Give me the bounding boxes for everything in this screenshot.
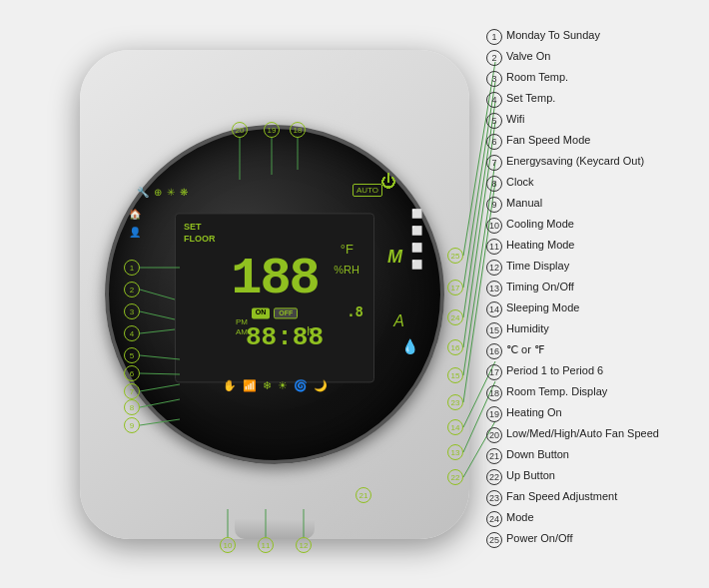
label-text-23: Fan Speed Adjustment (506, 489, 617, 504)
m-letter: M (387, 247, 402, 268)
label-num-1: 1 (486, 29, 502, 45)
power-icon: ⏻ (380, 173, 396, 191)
label-item-21: 21 Down Button (486, 447, 701, 464)
label-item-23: 23 Fan Speed Adjustment (486, 489, 701, 506)
auto-badge: AUTO (353, 184, 382, 197)
label-num-19: 19 (486, 406, 502, 422)
label-item-14: 14 Sleeping Mode (486, 300, 701, 317)
label-text-15: Humidity (506, 321, 549, 336)
label-item-20: 20 Low/Med/High/Auto Fan Speed (486, 426, 701, 443)
label-text-12: Time Display (506, 259, 569, 274)
label-item-15: 15 Humidity (486, 321, 701, 338)
badge-off: OFF (274, 307, 298, 318)
device-area: ⏻ M A ▽ 🔧 ⊕ ✳ ❋ AUTO 🏠 (60, 30, 479, 559)
schedule-icon-1: ⬜ (411, 209, 422, 219)
hand-icon: ✋ (223, 379, 237, 392)
schedule-icon-3: ⬜ (411, 243, 422, 253)
label-num-22: 22 (486, 469, 502, 485)
label-item-17: 17 Period 1 to Period 6 (486, 363, 701, 380)
label-item-9: 9 Manual (486, 196, 701, 213)
label-text-5: Wifi (506, 112, 524, 127)
label-item-3: 3 Room Temp. (486, 70, 701, 87)
label-item-10: 10 Cooling Mode (486, 217, 701, 234)
on-off-badges: ON OFF (252, 307, 299, 318)
label-num-4: 4 (486, 92, 502, 108)
fan-icon-3: ❋ (180, 187, 188, 198)
callout-3: 3 (124, 303, 140, 319)
label-text-20: Low/Med/High/Auto Fan Speed (506, 426, 659, 441)
ampm-label: PM AM (236, 317, 248, 338)
label-num-12: 12 (486, 260, 502, 276)
label-num-23: 23 (486, 490, 502, 506)
callout-7: 7 (124, 383, 140, 399)
label-num-20: 20 (486, 427, 502, 443)
callout-1: 1 (124, 260, 140, 276)
a-letter: A (393, 312, 404, 330)
label-text-8: Clock (506, 175, 534, 190)
label-item-11: 11 Heating Mode (486, 238, 701, 255)
label-item-22: 22 Up Button (486, 468, 701, 485)
label-num-25: 25 (486, 532, 502, 548)
label-item-4: 4 Set Temp. (486, 91, 701, 108)
snowflake-icon: ❄ (263, 379, 272, 392)
humidity-icon: 💧 (401, 338, 418, 354)
label-text-6: Fan Speed Mode (506, 133, 590, 148)
label-text-9: Manual (506, 196, 542, 211)
label-num-9: 9 (486, 197, 502, 213)
callout-22: 22 (447, 469, 463, 485)
temp-display: 188 (231, 254, 319, 305)
lcd-area: SET FLOOR °F %RH 188 .8 ON OFF (175, 213, 374, 382)
callout-20: 20 (232, 122, 248, 138)
callout-16: 16 (447, 339, 463, 355)
label-num-14: 14 (486, 301, 502, 317)
label-text-17: Period 1 to Period 6 (506, 363, 603, 378)
label-text-2: Valve On (506, 49, 550, 64)
label-text-18: Room Temp. Display (506, 384, 607, 399)
callout-17: 17 (447, 280, 463, 295)
label-item-13: 13 Timing On/Off (486, 280, 701, 296)
callout-10: 10 (220, 537, 236, 553)
callout-23: 23 (447, 394, 463, 410)
label-item-1: 1 Monday To Sunday (486, 28, 701, 45)
label-item-24: 24 Mode (486, 510, 701, 527)
label-num-7: 7 (486, 155, 502, 171)
label-text-4: Set Temp. (506, 91, 555, 106)
label-item-19: 19 Heating On (486, 405, 701, 422)
label-num-16: 16 (486, 343, 502, 359)
label-num-5: 5 (486, 113, 502, 129)
label-num-13: 13 (486, 281, 502, 296)
label-text-11: Heating Mode (506, 238, 575, 253)
label-item-8: 8 Clock (486, 175, 701, 192)
callout-21: 21 (355, 487, 371, 503)
label-item-16: 16 ℃ or ℉ (486, 342, 701, 359)
unit-display: °F (341, 242, 354, 257)
callout-25: 25 (447, 248, 463, 264)
device-screen: ⏻ M A ▽ 🔧 ⊕ ✳ ❋ AUTO 🏠 (105, 125, 444, 464)
label-num-24: 24 (486, 511, 502, 527)
fan-icon-1: ⊕ (154, 187, 162, 198)
fan-icon-2: ✳ (167, 187, 175, 198)
wifi-icon: 📶 (243, 379, 257, 392)
label-num-15: 15 (486, 322, 502, 338)
label-item-5: 5 Wifi (486, 112, 701, 129)
callout-13: 13 (447, 444, 463, 460)
label-list-container: 1 Monday To Sunday 2 Valve On 3 Room Tem… (486, 28, 701, 552)
bottom-mount (235, 519, 315, 539)
label-num-3: 3 (486, 71, 502, 87)
label-item-7: 7 Energysaving (Keycard Out) (486, 154, 701, 171)
badge-on: ON (252, 307, 271, 318)
callout-12: 12 (296, 537, 312, 553)
callout-9: 9 (124, 417, 140, 433)
label-num-18: 18 (486, 385, 502, 401)
bottom-icons-row: ✋ 📶 ❄ ☀ 🌀 🌙 (223, 379, 328, 392)
callout-24: 24 (447, 309, 463, 325)
label-num-11: 11 (486, 239, 502, 255)
building-icon: 🏠 (129, 209, 141, 220)
callout-14: 14 (447, 419, 463, 435)
schedule-icon-2: ⬜ (411, 226, 422, 236)
label-item-18: 18 Room Temp. Display (486, 384, 701, 401)
callout-4: 4 (124, 325, 140, 341)
label-num-17: 17 (486, 364, 502, 380)
humidity-val: .8 (347, 303, 363, 319)
person-icon: 👤 (129, 227, 141, 238)
